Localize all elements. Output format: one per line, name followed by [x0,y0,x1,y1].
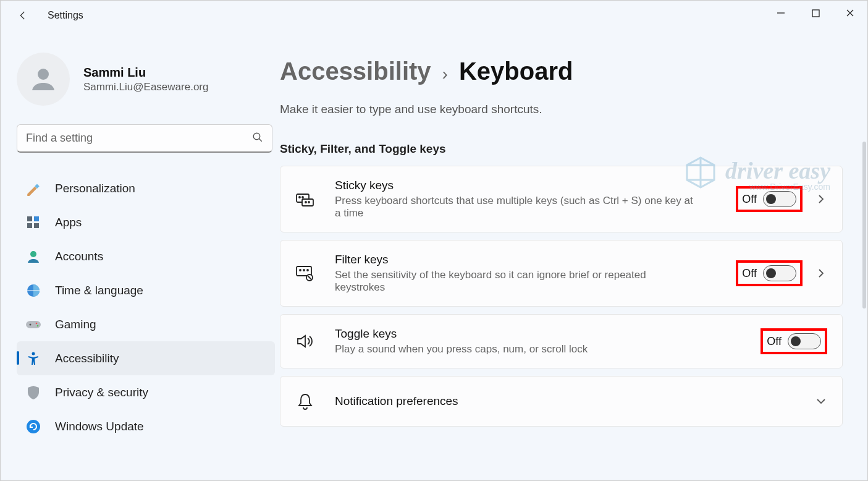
card-notification-preferences[interactable]: Notification preferences [280,376,843,427]
main-panel: Accessibility › Keyboard Make it easier … [280,30,867,480]
svg-point-28 [300,270,301,271]
sidebar-item-label: Time & language [55,284,143,297]
svg-rect-10 [27,223,32,228]
bell-icon [295,393,315,410]
svg-point-17 [36,322,38,324]
maximize-button[interactable] [798,1,833,25]
svg-rect-1 [812,10,819,17]
sidebar-item-apps[interactable]: Apps [17,205,275,239]
sidebar-item-time-language[interactable]: Time & language [17,273,275,307]
svg-point-25 [305,202,306,203]
breadcrumb: Accessibility › Keyboard [280,57,843,85]
back-button[interactable] [17,9,29,22]
svg-point-5 [253,133,260,140]
card-subtitle: Play a sound when you press caps, num, o… [335,343,693,355]
sidebar-item-label: Accessibility [55,352,119,365]
sidebar-item-gaming[interactable]: Gaming [17,307,275,341]
keyboard-filter-icon [295,265,315,281]
privacy-icon [25,385,41,401]
svg-point-12 [30,251,36,257]
time-language-icon [25,283,41,299]
personalization-icon [25,181,41,197]
card-filter-keys[interactable]: Filter keys Set the sensitivity of the k… [280,240,843,307]
expand-chevron-down[interactable] [815,398,827,405]
svg-point-24 [302,197,303,198]
sidebar: Sammi Liu Sammi.Liu@Easeware.org Persona… [1,30,280,480]
accounts-icon [25,249,41,265]
svg-rect-8 [27,216,32,221]
toggle-label: Off [742,193,757,206]
svg-point-20 [27,420,40,433]
sidebar-item-windows-update[interactable]: Windows Update [17,409,275,443]
card-toggle-keys[interactable]: Toggle keys Play a sound when you press … [280,314,843,368]
svg-point-29 [303,270,305,271]
breadcrumb-current: Keyboard [459,57,573,85]
card-subtitle: Press keyboard shortcuts that use multip… [335,195,693,219]
search-box[interactable] [17,124,272,153]
sidebar-item-label: Accounts [55,250,103,263]
sidebar-item-privacy-security[interactable]: Privacy & security [17,375,275,409]
svg-point-26 [308,202,310,203]
toggle-label: Off [742,267,757,280]
svg-point-16 [30,323,32,325]
page-description: Make it easier to type and use keyboard … [280,103,843,116]
breadcrumb-parent[interactable]: Accessibility [280,57,431,85]
gaming-icon [25,317,41,333]
svg-rect-11 [34,223,39,228]
svg-point-19 [32,352,35,355]
card-title: Toggle keys [335,327,761,341]
svg-point-23 [299,197,300,198]
app-title: Settings [48,10,83,21]
svg-line-6 [259,138,262,142]
svg-rect-9 [34,216,39,221]
windows-update-icon [25,419,41,435]
chevron-right-icon: › [442,64,448,84]
sidebar-item-personalization[interactable]: Personalization [17,171,275,205]
toggle-highlight: Off [761,328,827,354]
minimize-button[interactable] [764,1,798,25]
sidebar-item-label: Windows Update [55,420,144,433]
toggle-label: Off [767,335,782,348]
avatar [17,53,70,106]
profile-block[interactable]: Sammi Liu Sammi.Liu@Easeware.org [17,53,275,106]
svg-point-30 [307,270,308,271]
toggle-highlight: Off [736,186,803,212]
sidebar-item-label: Gaming [55,318,96,331]
speaker-icon [295,334,315,349]
section-title: Sticky, Filter, and Toggle keys [280,142,843,156]
window-controls [764,1,867,25]
close-button[interactable] [833,1,867,25]
keyboard-icon [295,192,315,206]
sidebar-nav: Personalization Apps Accounts Time & lan… [17,171,275,443]
sidebar-item-accessibility[interactable]: Accessibility [17,341,275,375]
accessibility-icon [25,351,41,367]
sidebar-item-label: Apps [55,216,82,229]
titlebar: Settings [1,1,867,30]
svg-point-18 [37,325,39,326]
card-title: Filter keys [335,253,736,266]
svg-point-4 [38,69,49,80]
toggle-highlight: Off [736,260,803,286]
card-title: Notification preferences [335,394,803,408]
search-input[interactable] [26,132,252,145]
expand-chevron[interactable] [815,194,827,205]
profile-email: Sammi.Liu@Easeware.org [83,81,208,93]
filter-keys-toggle[interactable] [763,265,796,281]
toggle-keys-toggle[interactable] [788,333,821,349]
search-icon [252,132,263,145]
profile-name: Sammi Liu [83,66,208,80]
card-subtitle: Set the sensitivity of the keyboard so i… [335,269,693,294]
svg-rect-22 [302,199,313,206]
sidebar-item-label: Personalization [55,182,135,195]
svg-rect-15 [26,321,41,328]
card-title: Sticky keys [335,179,736,192]
card-sticky-keys[interactable]: Sticky keys Press keyboard shortcuts tha… [280,166,843,232]
expand-chevron[interactable] [815,268,827,279]
apps-icon [25,215,41,231]
sidebar-item-label: Privacy & security [55,386,148,399]
sidebar-item-accounts[interactable]: Accounts [17,239,275,273]
scrollbar[interactable] [862,142,866,309]
sticky-keys-toggle[interactable] [763,191,796,207]
